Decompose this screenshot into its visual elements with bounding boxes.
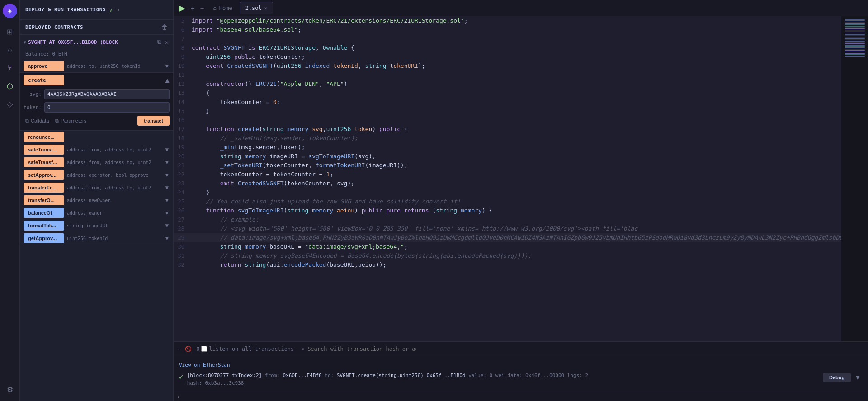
code-line-10: 10 event CreatedSVGNFT(uint256 indexed t…	[174, 61, 841, 71]
copy-icon[interactable]: ⧉	[156, 38, 162, 47]
toolbar-chevron-left-icon[interactable]: ‹	[177, 346, 180, 352]
balance-row: Balance: 0 ETH	[20, 49, 173, 60]
view-etherscan-link[interactable]: View on EtherScan	[179, 362, 230, 368]
transact-button[interactable]: transact	[137, 116, 170, 126]
calldata-row: ⧉ Calldata ⧉ Parameters transact	[20, 114, 173, 127]
setapproval-button[interactable]: setApprov...	[24, 170, 64, 180]
code-line-29: 29 // data:image/svg+xml;base64,PHN2ZyB3…	[174, 233, 841, 242]
listen-label: listen on all transactions	[209, 346, 294, 352]
approve-dropdown-icon[interactable]: ▼	[165, 62, 170, 70]
mini-map-lines	[844, 18, 866, 57]
tx-data: 0x46f...00000	[525, 373, 564, 378]
formattoken-dropdown-icon[interactable]: ▼	[165, 222, 170, 230]
approve-button[interactable]: approve	[24, 61, 64, 71]
settings-icon[interactable]: ⚙	[2, 381, 18, 397]
trash-icon[interactable]: 🗑	[161, 24, 168, 31]
mini-line	[845, 38, 865, 39]
mini-line	[845, 28, 865, 29]
forward-arrow-icon[interactable]: ›	[117, 7, 120, 13]
sidebar-title: DEPLOY & RUN TRANSACTIONS	[25, 7, 106, 13]
safetransfer2-button[interactable]: safeTransf...	[24, 157, 64, 167]
calldata-button[interactable]: ⧉ Calldata	[24, 117, 51, 125]
balanceof-button[interactable]: balanceOf	[24, 208, 64, 218]
fn-row-transferfrom: transferFr... address from, address to, …	[20, 181, 173, 194]
parameters-button[interactable]: ⧉ Parameters	[53, 117, 88, 125]
getapproval-button[interactable]: getApprov...	[24, 233, 64, 243]
mini-line	[845, 42, 865, 43]
balanceof-dropdown-icon[interactable]: ▼	[165, 209, 170, 217]
contract-header-row: ▼ SVGNFT AT 0X65F...B1B0D (BLOCK ⧉ ✕	[20, 35, 173, 49]
transferownership-param: address newOwner	[67, 198, 162, 203]
tx-from: 0x60E...E4Bf0	[283, 373, 322, 378]
contract-expand-icon[interactable]: ▼	[24, 40, 26, 45]
safetransfer1-button[interactable]: safeTransf...	[24, 145, 64, 155]
code-line-31: 31 // string memory svgBase64Encoded = B…	[174, 251, 841, 260]
code-line-28: 28 // <svg width='500' height='500' view…	[174, 224, 841, 233]
code-area: 5 import "@openzeppelin/contracts/token/…	[174, 16, 868, 341]
file-explorer-icon[interactable]: ⊞	[2, 24, 18, 40]
git-icon[interactable]: ⑂	[2, 60, 18, 76]
code-line-16: 16	[174, 116, 841, 125]
token-input[interactable]	[44, 102, 170, 113]
tab-bar: ▶ + − ⌂ Home 2.sol ✕	[174, 0, 868, 16]
bottom-bar: ‹ 🚫 0 listen on all transactions ⌕ View …	[174, 341, 868, 401]
plugin-icon[interactable]: ◇	[2, 96, 18, 112]
safetransfer2-dropdown-icon[interactable]: ▼	[165, 158, 170, 166]
tx-logs: 2	[585, 373, 589, 378]
tx-search: ⌕	[301, 345, 416, 352]
svg-input-row: svg:	[20, 88, 173, 101]
code-line-20: 20 string memory imageURI = svgToImageUR…	[174, 152, 841, 161]
bottom-chevron-btn[interactable]: ›	[177, 393, 179, 400]
tab-sol[interactable]: 2.sol ✕	[240, 2, 274, 14]
listen-checkbox[interactable]	[201, 346, 207, 352]
mini-line	[845, 34, 865, 35]
zoom-out-button[interactable]: −	[198, 2, 206, 14]
tab-home[interactable]: ⌂ Home	[208, 2, 238, 14]
code-line-12: 12 constructor() ERC721("Apple DEN", "AP…	[174, 80, 841, 89]
tx-search-input[interactable]	[307, 346, 416, 352]
token-input-row: token:	[20, 101, 173, 114]
code-line-21: 21 _setTokenURI(tokenCounter, formatToke…	[174, 161, 841, 170]
search-icon[interactable]: ⌕	[2, 42, 18, 58]
formattoken-button[interactable]: formatTok...	[24, 221, 64, 231]
mini-line	[845, 39, 865, 40]
bottom-chevron: ›	[174, 392, 868, 401]
debug-button[interactable]: Debug	[823, 373, 851, 382]
setapproval-param: address operator, bool approve	[67, 173, 162, 178]
transferfrom-dropdown-icon[interactable]: ▼	[165, 184, 170, 192]
mini-line	[845, 27, 865, 28]
mini-line	[845, 47, 865, 48]
create-button[interactable]: create	[24, 75, 64, 85]
run-button[interactable]: ▶	[177, 1, 187, 15]
mini-line	[845, 50, 865, 51]
tx-block: 8070277	[208, 373, 229, 378]
deploy-icon[interactable]: ⬡	[2, 78, 18, 94]
mini-line	[845, 31, 865, 32]
code-scroll[interactable]: 5 import "@openzeppelin/contracts/token/…	[174, 16, 841, 341]
calldata-icon: ⧉	[25, 118, 29, 124]
safetransfer1-dropdown-icon[interactable]: ▼	[165, 146, 170, 154]
tx-success-icon: ✓	[179, 373, 184, 381]
tx-toolbar: ‹ 🚫 0 listen on all transactions ⌕	[174, 342, 868, 356]
mini-map	[841, 16, 868, 341]
code-line-23: 23 emit CreatedSVGNFT(tokenCounter, svg)…	[174, 179, 841, 188]
renounce-button[interactable]: renounce...	[24, 132, 64, 142]
code-line-18: 18 // _safeMint(msg.sender, tokenCounter…	[174, 134, 841, 143]
zoom-in-button[interactable]: +	[189, 2, 197, 14]
clear-button[interactable]: 🚫	[182, 345, 194, 353]
create-collapse-icon[interactable]: ▲	[165, 76, 170, 85]
tab-sol-close-icon[interactable]: ✕	[264, 5, 268, 11]
getapproval-dropdown-icon[interactable]: ▼	[165, 234, 170, 242]
tx-index: 2	[256, 373, 259, 378]
svg-input[interactable]	[44, 89, 170, 99]
fn-row-balanceof: balanceOf address owner ▼	[20, 207, 173, 219]
transferownership-dropdown-icon[interactable]: ▼	[165, 196, 170, 204]
mini-line	[845, 43, 865, 44]
setapproval-dropdown-icon[interactable]: ▼	[165, 171, 170, 179]
close-icon[interactable]: ✕	[164, 38, 170, 47]
transferfrom-button[interactable]: transferFr...	[24, 183, 64, 193]
transferownership-button[interactable]: transferO...	[24, 195, 64, 205]
main-area: ▶ + − ⌂ Home 2.sol ✕ 5 import "@openzepp…	[174, 0, 868, 401]
tx-expand-icon[interactable]: ▼	[853, 372, 863, 383]
code-line-24: 24 }	[174, 188, 841, 197]
